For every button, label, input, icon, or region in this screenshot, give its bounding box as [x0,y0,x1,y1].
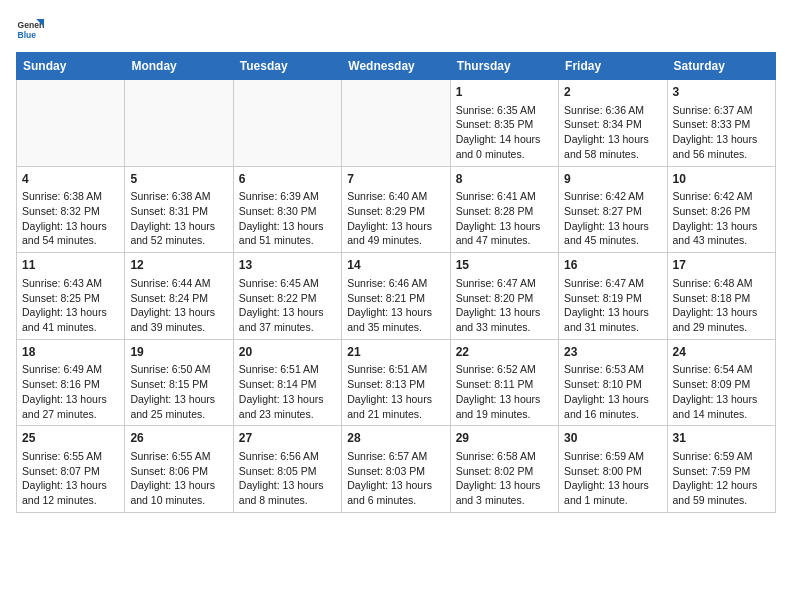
day-info: Sunrise: 6:58 AMSunset: 8:02 PMDaylight:… [456,449,553,508]
day-info: Sunrise: 6:48 AMSunset: 8:18 PMDaylight:… [673,276,770,335]
calendar-cell: 23Sunrise: 6:53 AMSunset: 8:10 PMDayligh… [559,339,667,426]
day-number: 3 [673,84,770,101]
day-info: Sunrise: 6:39 AMSunset: 8:30 PMDaylight:… [239,189,336,248]
calendar-cell: 7Sunrise: 6:40 AMSunset: 8:29 PMDaylight… [342,166,450,253]
day-info: Sunrise: 6:59 AMSunset: 7:59 PMDaylight:… [673,449,770,508]
calendar-cell [125,80,233,167]
day-number: 25 [22,430,119,447]
day-number: 10 [673,171,770,188]
calendar-cell: 8Sunrise: 6:41 AMSunset: 8:28 PMDaylight… [450,166,558,253]
day-number: 2 [564,84,661,101]
day-info: Sunrise: 6:40 AMSunset: 8:29 PMDaylight:… [347,189,444,248]
calendar-week-5: 25Sunrise: 6:55 AMSunset: 8:07 PMDayligh… [17,426,776,513]
day-info: Sunrise: 6:36 AMSunset: 8:34 PMDaylight:… [564,103,661,162]
day-number: 13 [239,257,336,274]
day-info: Sunrise: 6:47 AMSunset: 8:19 PMDaylight:… [564,276,661,335]
day-number: 20 [239,344,336,361]
calendar-cell: 28Sunrise: 6:57 AMSunset: 8:03 PMDayligh… [342,426,450,513]
calendar-cell: 15Sunrise: 6:47 AMSunset: 8:20 PMDayligh… [450,253,558,340]
day-info: Sunrise: 6:49 AMSunset: 8:16 PMDaylight:… [22,362,119,421]
calendar-cell: 13Sunrise: 6:45 AMSunset: 8:22 PMDayligh… [233,253,341,340]
calendar-cell [342,80,450,167]
calendar-header-row: SundayMondayTuesdayWednesdayThursdayFrid… [17,53,776,80]
weekday-header-friday: Friday [559,53,667,80]
day-number: 17 [673,257,770,274]
weekday-header-monday: Monday [125,53,233,80]
calendar-week-4: 18Sunrise: 6:49 AMSunset: 8:16 PMDayligh… [17,339,776,426]
day-info: Sunrise: 6:56 AMSunset: 8:05 PMDaylight:… [239,449,336,508]
weekday-header-wednesday: Wednesday [342,53,450,80]
day-info: Sunrise: 6:53 AMSunset: 8:10 PMDaylight:… [564,362,661,421]
day-number: 6 [239,171,336,188]
weekday-header-tuesday: Tuesday [233,53,341,80]
calendar-cell: 2Sunrise: 6:36 AMSunset: 8:34 PMDaylight… [559,80,667,167]
day-info: Sunrise: 6:42 AMSunset: 8:27 PMDaylight:… [564,189,661,248]
calendar-cell: 27Sunrise: 6:56 AMSunset: 8:05 PMDayligh… [233,426,341,513]
day-info: Sunrise: 6:44 AMSunset: 8:24 PMDaylight:… [130,276,227,335]
day-number: 28 [347,430,444,447]
day-info: Sunrise: 6:57 AMSunset: 8:03 PMDaylight:… [347,449,444,508]
day-number: 22 [456,344,553,361]
calendar-week-1: 1Sunrise: 6:35 AMSunset: 8:35 PMDaylight… [17,80,776,167]
day-number: 30 [564,430,661,447]
day-info: Sunrise: 6:46 AMSunset: 8:21 PMDaylight:… [347,276,444,335]
calendar-cell: 9Sunrise: 6:42 AMSunset: 8:27 PMDaylight… [559,166,667,253]
day-number: 7 [347,171,444,188]
calendar-cell: 24Sunrise: 6:54 AMSunset: 8:09 PMDayligh… [667,339,775,426]
day-info: Sunrise: 6:47 AMSunset: 8:20 PMDaylight:… [456,276,553,335]
day-number: 15 [456,257,553,274]
calendar-cell: 3Sunrise: 6:37 AMSunset: 8:33 PMDaylight… [667,80,775,167]
calendar-cell: 22Sunrise: 6:52 AMSunset: 8:11 PMDayligh… [450,339,558,426]
day-info: Sunrise: 6:41 AMSunset: 8:28 PMDaylight:… [456,189,553,248]
day-info: Sunrise: 6:42 AMSunset: 8:26 PMDaylight:… [673,189,770,248]
calendar-cell: 4Sunrise: 6:38 AMSunset: 8:32 PMDaylight… [17,166,125,253]
day-info: Sunrise: 6:43 AMSunset: 8:25 PMDaylight:… [22,276,119,335]
calendar-cell: 12Sunrise: 6:44 AMSunset: 8:24 PMDayligh… [125,253,233,340]
day-number: 18 [22,344,119,361]
day-info: Sunrise: 6:55 AMSunset: 8:07 PMDaylight:… [22,449,119,508]
calendar-cell: 5Sunrise: 6:38 AMSunset: 8:31 PMDaylight… [125,166,233,253]
calendar-cell [233,80,341,167]
calendar-cell: 11Sunrise: 6:43 AMSunset: 8:25 PMDayligh… [17,253,125,340]
calendar-cell: 18Sunrise: 6:49 AMSunset: 8:16 PMDayligh… [17,339,125,426]
day-number: 1 [456,84,553,101]
day-info: Sunrise: 6:51 AMSunset: 8:13 PMDaylight:… [347,362,444,421]
day-info: Sunrise: 6:37 AMSunset: 8:33 PMDaylight:… [673,103,770,162]
day-number: 11 [22,257,119,274]
calendar-cell: 1Sunrise: 6:35 AMSunset: 8:35 PMDaylight… [450,80,558,167]
calendar-cell: 26Sunrise: 6:55 AMSunset: 8:06 PMDayligh… [125,426,233,513]
calendar-cell: 31Sunrise: 6:59 AMSunset: 7:59 PMDayligh… [667,426,775,513]
day-number: 8 [456,171,553,188]
calendar-body: 1Sunrise: 6:35 AMSunset: 8:35 PMDaylight… [17,80,776,513]
calendar-week-2: 4Sunrise: 6:38 AMSunset: 8:32 PMDaylight… [17,166,776,253]
day-info: Sunrise: 6:45 AMSunset: 8:22 PMDaylight:… [239,276,336,335]
weekday-header-thursday: Thursday [450,53,558,80]
logo: General Blue [16,16,44,44]
day-number: 9 [564,171,661,188]
calendar-cell [17,80,125,167]
calendar-cell: 6Sunrise: 6:39 AMSunset: 8:30 PMDaylight… [233,166,341,253]
day-info: Sunrise: 6:38 AMSunset: 8:32 PMDaylight:… [22,189,119,248]
day-number: 26 [130,430,227,447]
calendar-cell: 25Sunrise: 6:55 AMSunset: 8:07 PMDayligh… [17,426,125,513]
day-number: 5 [130,171,227,188]
calendar-week-3: 11Sunrise: 6:43 AMSunset: 8:25 PMDayligh… [17,253,776,340]
weekday-header-saturday: Saturday [667,53,775,80]
calendar-cell: 16Sunrise: 6:47 AMSunset: 8:19 PMDayligh… [559,253,667,340]
day-number: 19 [130,344,227,361]
day-info: Sunrise: 6:38 AMSunset: 8:31 PMDaylight:… [130,189,227,248]
day-number: 14 [347,257,444,274]
day-info: Sunrise: 6:50 AMSunset: 8:15 PMDaylight:… [130,362,227,421]
svg-text:Blue: Blue [18,30,37,40]
day-info: Sunrise: 6:54 AMSunset: 8:09 PMDaylight:… [673,362,770,421]
day-info: Sunrise: 6:35 AMSunset: 8:35 PMDaylight:… [456,103,553,162]
day-info: Sunrise: 6:59 AMSunset: 8:00 PMDaylight:… [564,449,661,508]
day-number: 24 [673,344,770,361]
calendar-cell: 10Sunrise: 6:42 AMSunset: 8:26 PMDayligh… [667,166,775,253]
day-number: 12 [130,257,227,274]
page-header: General Blue [16,16,776,44]
day-number: 23 [564,344,661,361]
day-info: Sunrise: 6:52 AMSunset: 8:11 PMDaylight:… [456,362,553,421]
logo-icon: General Blue [16,16,44,44]
calendar-cell: 29Sunrise: 6:58 AMSunset: 8:02 PMDayligh… [450,426,558,513]
